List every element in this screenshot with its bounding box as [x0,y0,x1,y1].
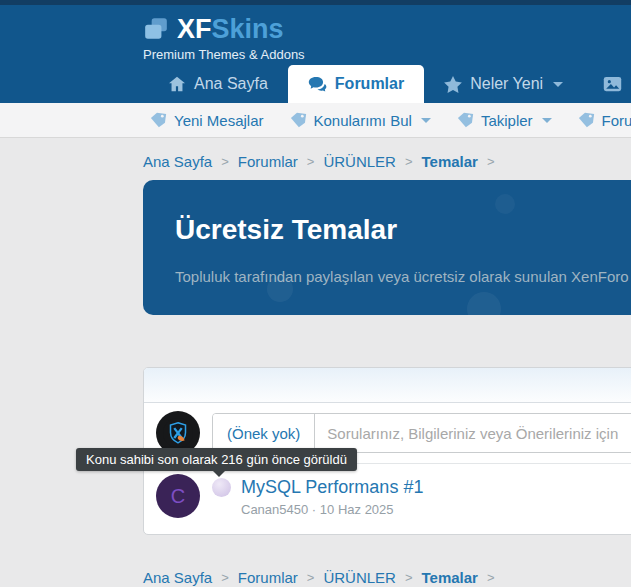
thread-title-link[interactable]: MySQL Performans #1 [241,477,423,498]
tag-icon [578,112,595,128]
card-header-strip [144,368,631,403]
copy-pages-icon [143,16,169,42]
breadcrumb-forumlar[interactable]: Forumlar [238,569,298,586]
forum-description: Topluluk tarafından paylaşılan veya ücre… [175,268,631,285]
prefix-select[interactable]: (Önek yok) [213,414,315,452]
thread-author-avatar[interactable]: C [156,474,200,518]
image-icon [603,76,622,92]
breadcrumb-separator: > [405,154,413,169]
thread-date: 10 Haz 2025 [320,502,394,517]
subnav-label: Forumlarda [602,112,631,129]
tag-icon [150,112,167,128]
thread-main: MySQL Performans #1 Canan5450 · 10 Haz 2… [212,474,423,518]
breadcrumb-ana-sayfa[interactable]: Ana Sayfa [143,153,212,170]
logo-text: XFSkins [177,16,284,43]
logo-text-skins: Skins [212,14,284,44]
last-seen-tooltip: Konu sahibi son olarak 216 gün önce görü… [76,448,357,471]
tab-ana-sayfa[interactable]: Ana Sayfa [148,65,288,103]
tag-icon [457,112,474,128]
subnav-konularimi-bul[interactable]: Konularımı Bul [290,112,431,129]
breadcrumb-separator: > [487,570,495,585]
tab-forumlar[interactable]: Forumlar [288,65,424,103]
meta-dot-separator: · [312,502,316,517]
subnav-label: Yeni Mesajlar [174,112,264,129]
star-icon [444,76,462,93]
breadcrumb-separator: > [405,570,413,585]
breadcrumb-separator: > [487,154,495,169]
breadcrumb-temalar[interactable]: Temalar [422,153,478,170]
breadcrumb-urunler[interactable]: ÜRÜNLER [323,569,396,586]
subnav-label: Konularımı Bul [314,112,412,129]
tag-icon [290,112,307,128]
logo-text-xf: XF [177,14,212,44]
decorative-bubble [495,194,515,214]
subnav-takipler[interactable]: Takipler [457,112,552,129]
decorative-bubble [267,276,293,302]
thread-title-line: MySQL Performans #1 [212,477,423,498]
quick-thread-input-group: (Önek yok) [212,413,631,453]
breadcrumb-urunler[interactable]: ÜRÜNLER [323,153,396,170]
tab-label: Ana Sayfa [194,75,268,93]
main-navigation: Ana Sayfa Forumlar Neler Yeni [0,65,631,103]
thread-author-name[interactable]: Canan5450 [241,502,308,517]
thread-meta: Canan5450 · 10 Haz 2025 [241,502,423,517]
thread-title-input[interactable] [315,414,631,452]
tab-label: Neler Yeni [470,75,543,93]
breadcrumb-separator: > [307,154,315,169]
breadcrumb-separator: > [307,570,315,585]
logo-tagline: Premium Themes & Addons [143,47,631,63]
subnav-yeni-mesajlar[interactable]: Yeni Mesajlar [150,112,264,129]
decorative-bubble [467,292,501,315]
page-root: XFSkins Premium Themes & Addons Ana Sayf… [0,0,631,587]
breadcrumb-separator: > [221,154,229,169]
chevron-down-icon [553,82,563,87]
home-icon [168,76,186,92]
chevron-down-icon [542,118,552,123]
breadcrumb-forumlar[interactable]: Forumlar [238,153,298,170]
breadcrumb-ana-sayfa[interactable]: Ana Sayfa [143,569,212,586]
site-logo[interactable]: XFSkins [143,13,631,45]
site-header: XFSkins Premium Themes & Addons [0,5,631,65]
tab-label: Forumlar [335,75,404,93]
breadcrumb-bottom: Ana Sayfa > Forumlar > ÜRÜNLER > Temalar… [143,569,631,586]
comments-icon [308,76,327,92]
breadcrumb: Ana Sayfa > Forumlar > ÜRÜNLER > Temalar… [143,153,631,170]
forum-title: Ücretsiz Temalar [175,212,631,248]
tab-medya[interactable]: Me [583,65,631,103]
sub-navigation: Yeni Mesajlar Konularımı Bul Takipler Fo… [0,103,631,138]
chevron-down-icon [421,118,431,123]
forum-banner: Ücretsiz Temalar Topluluk tarafından pay… [143,180,631,315]
subnav-forumlarda[interactable]: Forumlarda [578,112,631,129]
tab-neler-yeni[interactable]: Neler Yeni [424,65,583,103]
subnav-label: Takipler [481,112,533,129]
breadcrumb-temalar[interactable]: Temalar [422,569,478,586]
breadcrumb-separator: > [221,570,229,585]
